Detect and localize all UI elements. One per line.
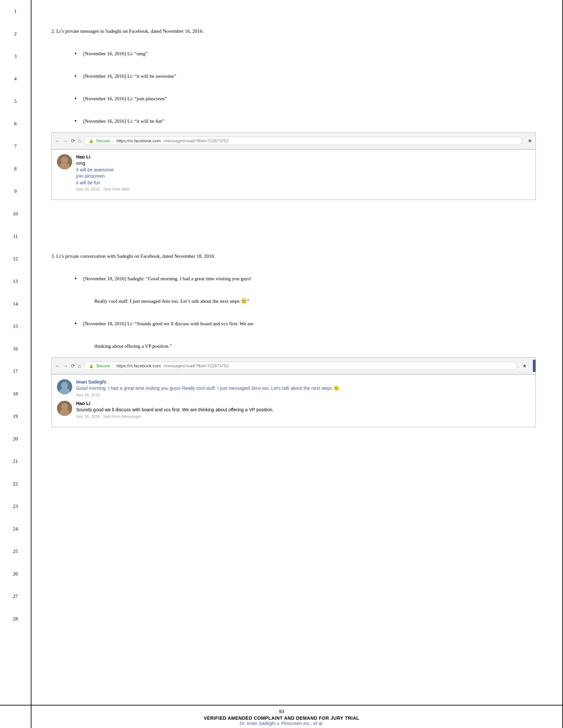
home-icon-2[interactable]: ⌂ — [78, 363, 81, 369]
line-24: 24 — [0, 518, 31, 540]
section2-bullet4-text: [November 16, 2016] Li: “it will be fun” — [83, 118, 164, 125]
svg-point-13 — [62, 404, 68, 410]
forward-icon-2[interactable]: → — [63, 363, 68, 369]
line-4: 4 — [0, 68, 31, 90]
bullet-dot-5: • — [74, 275, 76, 282]
line-2: 2 — [0, 23, 31, 45]
line-8: 8 — [0, 158, 31, 180]
line-14: 14 — [0, 293, 31, 315]
forward-icon[interactable]: → — [63, 138, 68, 144]
fb-message-hao-li: Hao Li omg it will be awesome join pinsc… — [57, 154, 530, 192]
bullet-dot-6: • — [74, 320, 76, 327]
section2-bullet2-row: • [November 16, 2016] Li: “it will be aw… — [51, 65, 536, 87]
empty-row-27 — [51, 472, 536, 495]
section3-bullet2-cont-row: thinking about offering a VP position.” — [51, 335, 536, 357]
fb-msg-line-1: omg — [76, 160, 530, 167]
page-number: 93 — [0, 709, 563, 714]
section2-bullet4-row: • [November 16, 2016] Li: “it will be fu… — [51, 110, 536, 132]
line-1: 1 — [0, 0, 31, 23]
line-7: 7 — [0, 135, 31, 158]
section3-bullet1-cont-row: Really cool stuff. I just messaged Jens … — [51, 290, 536, 312]
svg-point-4 — [60, 162, 69, 169]
line-10: 10 — [0, 203, 31, 225]
section3-bullet1-cont: Really cool stuff. I just messaged Jens … — [94, 298, 249, 305]
address-bar-1[interactable]: 🔒 Secure | https://m.facebook.com/messag… — [84, 137, 522, 145]
section2-bullet1-text: [November 16, 2016] Li: “omg” — [83, 50, 148, 57]
back-icon[interactable]: ← — [55, 138, 60, 144]
svg-point-14 — [60, 409, 69, 416]
reload-icon-2[interactable]: ⟳ — [71, 363, 75, 369]
url-base-2: https://m.facebook.com — [116, 363, 161, 368]
fb-timestamp-hao-li-2: Nov 18, 2016 · Sent from Messenger — [76, 414, 530, 419]
fb-message-area-2: Iman Sadeghi Good morning. I had a great… — [52, 375, 536, 427]
fb-msg-line-3: join pinscreen — [76, 173, 530, 180]
fb-content-hao-li: Hao Li omg it will be awesome join pinsc… — [76, 154, 530, 192]
separator-1: | — [113, 138, 114, 143]
fb-name-sadeghi: Iman Sadeghi — [76, 379, 530, 385]
empty-row-26 — [51, 450, 536, 472]
fb-msg-text-hao-li-2: Sounds good we ll discuss with board and… — [76, 407, 530, 413]
line-21: 21 — [0, 450, 31, 473]
line-28: 28 — [0, 608, 31, 630]
fb-content-sadeghi: Iman Sadeghi Good morning. I had a great… — [76, 379, 530, 397]
avatar-hao-li-2 — [57, 401, 72, 416]
section2-bullet3-row: • [November 16, 2016] Li: “join pinscree… — [51, 87, 536, 110]
screenshot-block-2: ← → ⟳ ⌂ 🔒 Secure | https://m.facebook.co… — [51, 357, 536, 375]
fb-name-hao-li: Hao Li — [76, 154, 530, 159]
line-12: 12 — [0, 248, 31, 270]
line-25: 25 — [0, 540, 31, 563]
section3-header: 3. Li’s private conversation with Sadegh… — [51, 253, 215, 259]
footer-title: VERIFIED AMENDED COMPLAINT AND DEMAND FO… — [0, 715, 563, 721]
empty-row-12 — [51, 222, 536, 245]
separator-2: | — [113, 363, 114, 368]
line-6: 6 — [0, 113, 31, 135]
bookmark-icon-2[interactable]: ★ — [522, 363, 527, 369]
lock-icon-1: 🔒 — [89, 139, 94, 143]
line-numbers: 1 2 3 4 5 6 7 8 9 10 11 12 13 14 15 16 1… — [0, 0, 31, 728]
line-19: 19 — [0, 405, 31, 428]
line-18: 18 — [0, 383, 31, 405]
line-13: 13 — [0, 270, 31, 293]
bullet-dot-1: • — [74, 50, 76, 57]
line-5: 5 — [0, 90, 31, 113]
fb-message-hao-li-2: Hao Li Sounds good we ll discuss with bo… — [57, 401, 530, 419]
fb-msg-line-2: it will be awesome — [76, 167, 530, 173]
section2-bullet3-text: [November 16, 2016] Li: “join pinscreen” — [83, 95, 166, 102]
page: 1 2 3 4 5 6 7 8 9 10 11 12 13 14 15 16 1… — [0, 0, 563, 728]
empty-row-25 — [51, 427, 536, 450]
section2-bullet2-text: [November 16, 2016] Li: “it will be awes… — [83, 73, 176, 80]
line-27: 27 — [0, 585, 31, 608]
line-3: 3 — [0, 45, 31, 68]
browser-row-1: ← → ⟳ ⌂ 🔒 Secure | https://m.facebook.co… — [51, 132, 536, 150]
line-16: 16 — [0, 338, 31, 360]
line-26: 26 — [0, 563, 31, 585]
address-bar-2[interactable]: 🔒 Secure | https://m.facebook.com/messag… — [84, 362, 517, 370]
bullet-dot-3: • — [74, 95, 76, 102]
secure-label-2: Secure — [96, 363, 110, 368]
home-icon[interactable]: ⌂ — [78, 138, 81, 144]
section2-header-row: 2. Li’s private messages to Sadeghi on F… — [51, 20, 536, 42]
empty-row-28 — [51, 495, 536, 517]
section3-bullet1-row: • [November 18, 2016] Sadeghi: “Good mor… — [51, 267, 536, 290]
main-content: 2. Li’s private messages to Sadeghi on F… — [31, 0, 562, 728]
section3-bullet1-text: [November 18, 2016] Sadeghi: “Good morni… — [83, 275, 252, 282]
bullet-dot-4: • — [74, 118, 76, 125]
svg-point-8 — [62, 382, 68, 388]
bookmark-icon-1[interactable]: ★ — [528, 138, 532, 144]
section2-header: 2. Li’s private messages to Sadeghi on F… — [51, 28, 204, 34]
secure-label-1: Secure — [96, 138, 110, 143]
line-20: 20 — [0, 428, 31, 450]
back-icon-2[interactable]: ← — [55, 363, 60, 369]
fb-timestamp-sadeghi: Nov 18, 2016 · — [76, 393, 530, 397]
svg-point-9 — [60, 388, 69, 394]
line-22: 22 — [0, 473, 31, 495]
browser-row-2: ← → ⟳ ⌂ 🔒 Secure | https://m.facebook.co… — [51, 357, 536, 375]
footer: 93 VERIFIED AMENDED COMPLAINT AND DEMAND… — [0, 705, 563, 728]
url-base-1: https://m.facebook.com — [116, 138, 161, 143]
reload-icon[interactable]: ⟳ — [71, 138, 75, 144]
svg-point-3 — [62, 157, 68, 163]
fb-message-sadeghi: Iman Sadeghi Good morning. I had a great… — [57, 379, 530, 397]
fb-timestamp-1: Nov 16, 2016 · Sent from Web — [76, 187, 530, 192]
fb-content-hao-li-2: Hao Li Sounds good we ll discuss with bo… — [76, 401, 530, 419]
browser-toolbar-2: ← → ⟳ ⌂ 🔒 Secure | https://m.facebook.co… — [52, 358, 536, 374]
